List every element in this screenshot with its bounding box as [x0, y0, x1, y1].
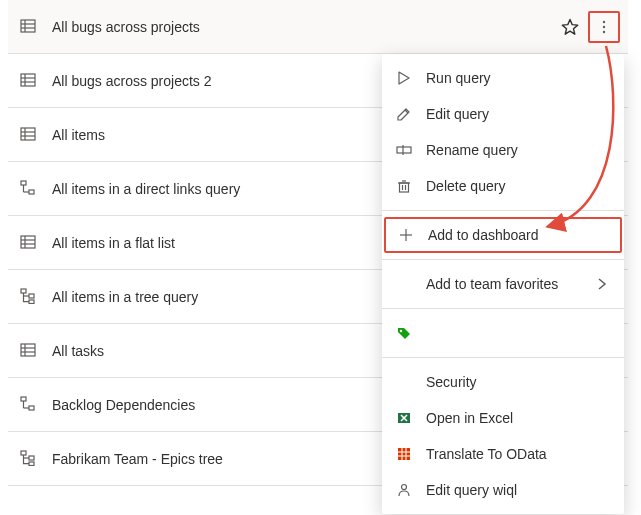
wiql-icon — [396, 482, 412, 498]
menu-label: Security — [426, 374, 610, 390]
menu-run-query[interactable]: Run query — [382, 60, 624, 96]
flat-query-icon — [20, 342, 38, 360]
pencil-icon — [396, 106, 412, 122]
menu-tags[interactable] — [382, 315, 624, 351]
menu-label: Add to dashboard — [428, 227, 608, 243]
chevron-right-icon — [594, 276, 610, 292]
links-query-icon — [20, 396, 38, 414]
menu-label: Edit query wiql — [426, 482, 610, 498]
menu-label: Delete query — [426, 178, 610, 194]
query-row[interactable]: All bugs across projects — [8, 0, 628, 54]
menu-separator — [382, 308, 624, 309]
links-query-icon — [20, 180, 38, 198]
menu-delete-query[interactable]: Delete query — [382, 168, 624, 204]
trash-icon — [396, 178, 412, 194]
menu-add-team-favorites[interactable]: Add to team favorites — [382, 266, 624, 302]
menu-edit-wiql[interactable]: Edit query wiql — [382, 472, 624, 508]
more-actions-button[interactable] — [588, 11, 620, 43]
flat-query-icon — [20, 18, 38, 36]
menu-separator — [382, 259, 624, 260]
menu-label: Translate To OData — [426, 446, 610, 462]
menu-label: Edit query — [426, 106, 610, 122]
menu-label: Run query — [426, 70, 610, 86]
excel-icon — [396, 410, 412, 426]
menu-security[interactable]: Security — [382, 364, 624, 400]
menu-label: Add to team favorites — [426, 276, 594, 292]
flat-query-icon — [20, 72, 38, 90]
menu-separator — [382, 357, 624, 358]
tag-icon — [396, 325, 412, 341]
menu-open-excel[interactable]: Open in Excel — [382, 400, 624, 436]
menu-rename-query[interactable]: Rename query — [382, 132, 624, 168]
favorite-star-button[interactable] — [558, 15, 582, 39]
tree-query-icon — [20, 288, 38, 306]
play-icon — [396, 70, 412, 86]
tree-query-icon — [20, 450, 38, 468]
menu-separator — [382, 210, 624, 211]
rename-icon — [396, 142, 412, 158]
menu-label: Rename query — [426, 142, 610, 158]
flat-query-icon — [20, 234, 38, 252]
flat-query-icon — [20, 126, 38, 144]
menu-translate-odata[interactable]: Translate To OData — [382, 436, 624, 472]
odata-icon — [396, 446, 412, 462]
plus-icon — [398, 227, 414, 243]
menu-label: Open in Excel — [426, 410, 610, 426]
query-context-menu: Run query Edit query Rename query Delete… — [382, 54, 624, 514]
menu-edit-query[interactable]: Edit query — [382, 96, 624, 132]
menu-add-to-dashboard[interactable]: Add to dashboard — [384, 217, 622, 253]
query-label: All bugs across projects — [52, 19, 558, 35]
